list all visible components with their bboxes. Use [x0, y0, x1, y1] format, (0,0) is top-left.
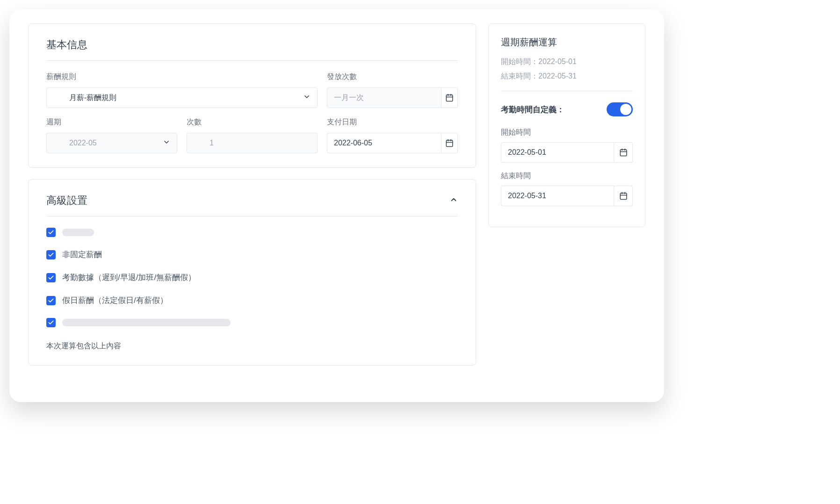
cycle-compute-panel: 週期薪酬運算 開始時間：2022-05-01 結束時間：2022-05-31 考…: [488, 23, 645, 227]
period-value: 2022-05: [69, 139, 97, 147]
custom-end-label: 結束時間: [501, 171, 633, 181]
checkbox[interactable]: [46, 296, 56, 305]
custom-end-calendar-btn[interactable]: [614, 186, 633, 206]
svg-rect-8: [620, 150, 627, 156]
advanced-option-row: 假日薪酬（法定假日/有薪假）: [46, 295, 458, 306]
custom-end-input[interactable]: 2022-05-31: [501, 186, 614, 206]
custom-start-calendar-btn[interactable]: [614, 142, 633, 163]
calendar-icon: [619, 148, 628, 157]
chevron-up-icon: [449, 195, 458, 206]
cycle-end-meta-value: 2022-05-31: [538, 72, 577, 80]
advanced-option-row: 考勤數據（遲到/早退/加班/無薪酬假）: [46, 272, 458, 283]
skeleton-placeholder: [62, 229, 94, 236]
pay-date-label: 支付日期: [327, 117, 458, 127]
pay-date-value: 2022-06-05: [334, 139, 372, 147]
checkbox-label: 假日薪酬（法定假日/有薪假）: [62, 295, 168, 306]
custom-start-label: 開始時間: [501, 128, 633, 137]
payout-count-label: 發放次數: [327, 72, 458, 82]
checkbox-label: 非固定薪酬: [62, 249, 102, 260]
salary-rule-value: 月薪-薪酬規則: [69, 93, 116, 103]
payout-count-input[interactable]: 一月一次: [327, 87, 442, 108]
cycle-start-meta-label: 開始時間：: [501, 58, 538, 65]
right-column: 週期薪酬運算 開始時間：2022-05-01 結束時間：2022-05-31 考…: [488, 23, 645, 388]
custom-start-wrap: 2022-05-01: [501, 142, 633, 163]
payout-count-placeholder: 一月一次: [334, 93, 364, 103]
advanced-option-row: [46, 228, 458, 237]
cycle-start-meta: 開始時間：2022-05-01: [501, 57, 633, 67]
times-input[interactable]: 1: [187, 133, 318, 153]
custom-end-value: 2022-05-31: [508, 192, 546, 200]
calendar-icon: [445, 139, 454, 147]
payout-count-field: 發放次數 一月一次: [327, 72, 458, 108]
calendar-icon: [619, 192, 628, 200]
toggle-label: 考勤時間自定義：: [501, 104, 565, 115]
advanced-checkbox-list: 非固定薪酬考勤數據（遲到/早退/加班/無薪酬假）假日薪酬（法定假日/有薪假）: [46, 228, 458, 327]
period-field: 週期 2022-05: [46, 117, 177, 153]
checkbox[interactable]: [46, 228, 56, 237]
custom-end-wrap: 2022-05-31: [501, 186, 633, 206]
app-card: 基本信息 薪酬規則 月薪-薪酬規則 發放次數: [9, 9, 664, 402]
custom-start-field: 開始時間 2022-05-01: [501, 128, 633, 163]
salary-rule-select-wrap: 月薪-薪酬規則: [46, 87, 318, 108]
basic-form: 薪酬規則 月薪-薪酬規則 發放次數 一月一次: [46, 72, 458, 153]
svg-rect-0: [446, 95, 453, 101]
period-wrap: 2022-05: [46, 133, 177, 153]
advanced-footnote: 本次運算包含以上內容: [46, 341, 458, 351]
attendance-custom-toggle[interactable]: [607, 102, 633, 116]
custom-start-value: 2022-05-01: [508, 148, 546, 157]
attendance-custom-toggle-row: 考勤時間自定義：: [501, 102, 633, 116]
advanced-option-row: [46, 318, 458, 327]
pay-date-wrap: 2022-06-05: [327, 133, 458, 153]
advanced-title-row[interactable]: 高級設置: [46, 194, 458, 216]
salary-rule-field: 薪酬規則 月薪-薪酬規則: [46, 72, 318, 108]
pay-date-calendar-btn[interactable]: [442, 133, 458, 153]
chevron-down-icon: [303, 93, 311, 102]
pay-date-field: 支付日期 2022-06-05: [327, 117, 458, 153]
salary-rule-select[interactable]: 月薪-薪酬規則: [46, 87, 318, 108]
chevron-down-icon: [163, 138, 170, 148]
checkbox[interactable]: [46, 273, 56, 282]
cycle-end-meta: 結束時間：2022-05-31: [501, 72, 633, 81]
advanced-option-row: 非固定薪酬: [46, 249, 458, 260]
period-select[interactable]: 2022-05: [46, 133, 177, 153]
times-wrap: 1: [187, 133, 318, 153]
checkbox[interactable]: [46, 250, 56, 259]
pay-date-input[interactable]: 2022-06-05: [327, 133, 442, 153]
side-divider: [501, 91, 633, 91]
salary-rule-label: 薪酬規則: [46, 72, 318, 82]
basic-info-title: 基本信息: [46, 38, 458, 61]
custom-end-field: 結束時間 2022-05-31: [501, 171, 633, 206]
cycle-end-meta-label: 結束時間：: [501, 72, 538, 80]
basic-info-panel: 基本信息 薪酬規則 月薪-薪酬規則 發放次數: [28, 23, 476, 168]
advanced-title: 高級設置: [46, 194, 87, 208]
svg-rect-12: [620, 193, 627, 200]
left-column: 基本信息 薪酬規則 月薪-薪酬規則 發放次數: [28, 23, 476, 388]
cycle-start-meta-value: 2022-05-01: [538, 58, 577, 65]
times-value: 1: [210, 139, 214, 147]
checkbox[interactable]: [46, 318, 56, 327]
toggle-thumb: [620, 104, 631, 115]
svg-rect-4: [446, 140, 453, 147]
payout-count-wrap: 一月一次: [327, 87, 458, 108]
custom-start-input[interactable]: 2022-05-01: [501, 142, 614, 163]
advanced-panel: 高級設置 非固定薪酬考勤數據（遲到/早退/加班/無薪酬假）假日薪酬（法定假日/有…: [28, 179, 476, 366]
times-field: 次數 1: [187, 117, 318, 153]
calendar-icon: [445, 94, 454, 102]
times-label: 次數: [187, 117, 318, 127]
period-label: 週期: [46, 117, 177, 127]
checkbox-label: 考勤數據（遲到/早退/加班/無薪酬假）: [62, 272, 196, 283]
cycle-title: 週期薪酬運算: [501, 36, 633, 49]
skeleton-placeholder: [62, 319, 231, 326]
payout-count-calendar-btn[interactable]: [442, 87, 458, 108]
